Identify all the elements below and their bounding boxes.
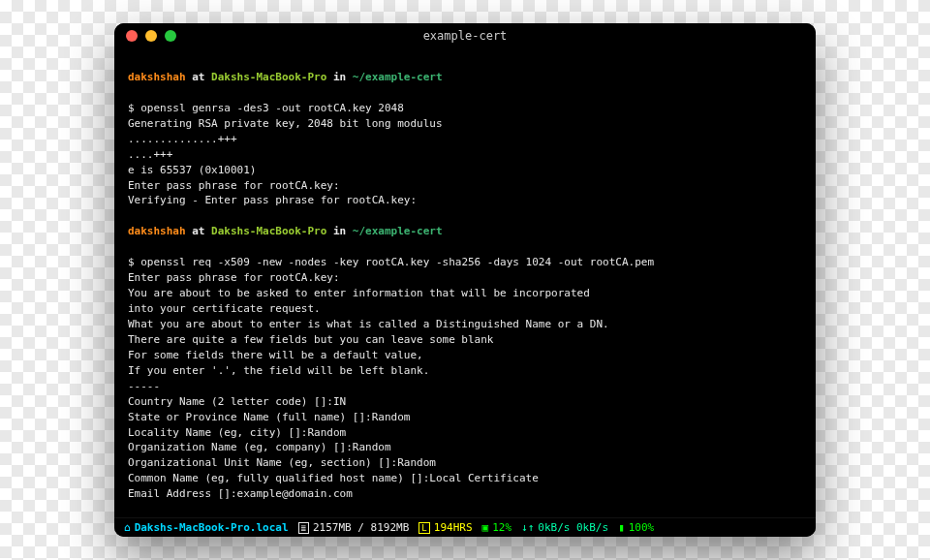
prompt-line: dakshshah at Dakshs-MacBook-Pro in ~/exa… [128,224,802,239]
cpu-icon: ▣ [482,521,489,534]
command-req: openssl req -x509 -new -nodes -key rootC… [140,256,654,268]
prompt-user: dakshshah [128,71,186,83]
output-line: Country Name (2 letter code) []:IN [128,395,346,408]
clock-icon: L [418,522,429,534]
network-icon: ⌂ [124,521,131,534]
updown-icon: ↓↑ [521,521,534,534]
status-host: ⌂ Dakshs-MacBook-Pro.local [124,521,289,534]
output-line: Locality Name (eg, city) []:Random [128,426,346,439]
status-cpu: ▣ 12% [482,521,512,534]
output-line: If you enter '.', the field will be left… [128,364,429,377]
command-genrsa: openssl genrsa -des3 -out rootCA.key 204… [140,102,404,114]
output-line: What you are about to enter is what is c… [128,318,609,330]
terminal-window: example-cert dakshshah at Dakshs-MacBook… [114,23,816,537]
prompt-line: dakshshah at Dakshs-MacBook-Pro in ~/exa… [128,70,802,85]
statusbar: ⌂ Dakshs-MacBook-Pro.local ≣ 2157MB / 81… [114,517,816,537]
output-line: into your certificate request. [128,302,321,315]
status-hours: L 194HRS [418,521,472,534]
output-line: Generating RSA private key, 2048 bit lon… [128,117,443,130]
output-line: For some fields there will be a default … [128,349,423,361]
status-memory: ≣ 2157MB / 8192MB [298,521,410,534]
output-line: State or Province Name (full name) []:Ra… [128,411,410,423]
output-line: Email Address []:example@domain.com [128,487,353,500]
output-line: Organizational Unit Name (eg, section) [… [128,456,436,469]
maximize-icon[interactable] [165,30,176,42]
status-battery: ▮ 100% [618,521,654,534]
output-line: There are quite a few fields but you can… [128,333,494,346]
prompt-path: ~/example-cert [353,71,443,83]
close-icon[interactable] [126,30,138,42]
prompt-symbol: $ [128,102,135,114]
output-line: e is 65537 (0x10001) [128,164,256,176]
terminal-content[interactable]: dakshshah at Dakshs-MacBook-Pro in ~/exa… [114,48,816,517]
titlebar[interactable]: example-cert [114,23,816,48]
traffic-lights [114,30,176,42]
memory-icon: ≣ [298,522,309,534]
status-network: ↓↑ 0kB/s 0kB/s [521,521,608,534]
output-line: Enter pass phrase for rootCA.key: [128,271,340,284]
output-line: ....+++ [128,148,172,161]
output-line: ----- [128,380,160,392]
output-line: Common Name (eg, fully qualified host na… [128,472,539,484]
output-line: Enter pass phrase for rootCA.key: [128,179,340,192]
output-line: ..............+++ [128,133,237,145]
minimize-icon[interactable] [145,30,157,42]
window-title: example-cert [114,29,816,43]
output-line: You are about to be asked to enter infor… [128,287,590,299]
prompt-host: Dakshs-MacBook-Pro [211,71,326,83]
output-line: Organization Name (eg, company) []:Rando… [128,441,391,453]
battery-icon: ▮ [618,521,625,534]
output-line: Verifying - Enter pass phrase for rootCA… [128,194,417,206]
